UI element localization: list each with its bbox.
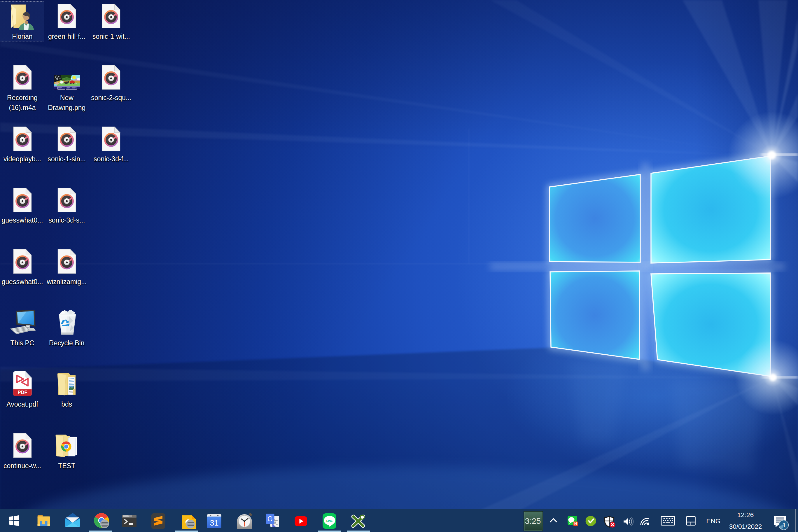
- svg-text:31: 31: [210, 518, 218, 527]
- svg-text:ENG: ENG: [706, 517, 721, 525]
- svg-text:3:25: 3:25: [525, 516, 541, 526]
- svg-text:LINE: LINE: [326, 519, 333, 522]
- svg-text:G: G: [267, 515, 273, 522]
- svg-text:1: 1: [782, 522, 786, 529]
- svg-text:12:26: 12:26: [737, 511, 754, 518]
- svg-text:N: N: [574, 522, 577, 526]
- svg-text:30/01/2022: 30/01/2022: [729, 523, 762, 530]
